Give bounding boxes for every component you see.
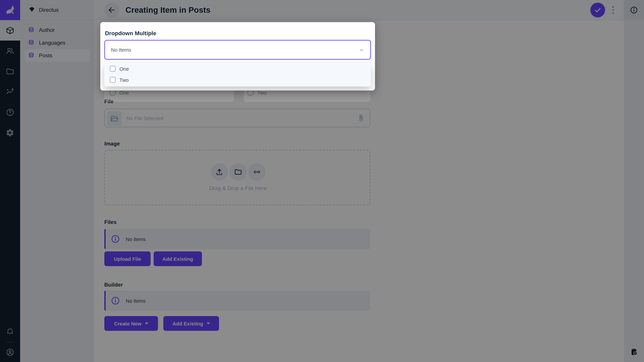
select-value: No Items	[111, 40, 131, 59]
chevron-up-icon	[358, 46, 366, 54]
dropdown-multiple-card: Dropdown Multiple No Items One Two	[100, 22, 375, 90]
checkbox-icon[interactable]	[110, 66, 116, 72]
option-label: One	[120, 66, 129, 71]
option-label: Two	[120, 77, 129, 83]
dropdown-multiple-select[interactable]: No Items	[104, 40, 371, 60]
dropdown-multiple-label: Dropdown Multiple	[105, 30, 156, 37]
app: Creating Item in Posts File No File Sele…	[0, 0, 644, 362]
dropdown-option-two[interactable]: Two	[104, 74, 371, 85]
radio-label: One	[120, 90, 129, 95]
radio-label: Two	[257, 90, 266, 95]
dropdown-option-one[interactable]: One	[104, 63, 371, 74]
checkbox-icon[interactable]	[110, 77, 116, 83]
dropdown-menu: One Two	[104, 62, 371, 86]
